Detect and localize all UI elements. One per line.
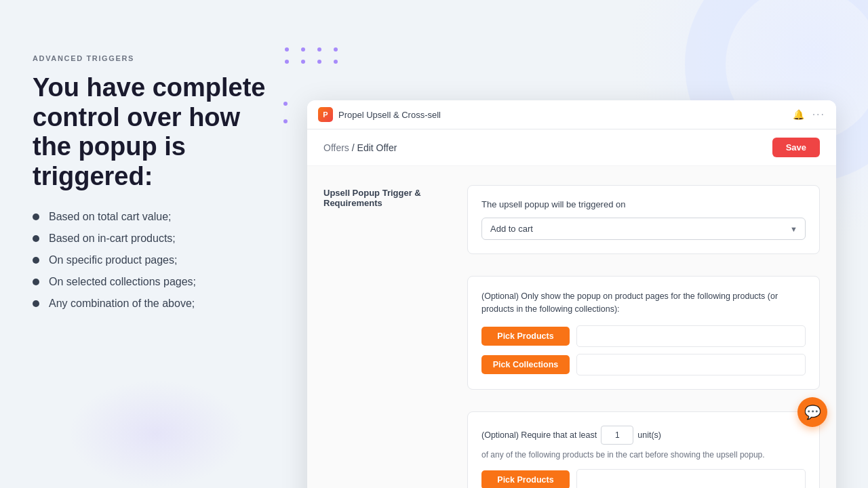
pick-products-row-2: Pick Products <box>481 469 806 489</box>
app-window: P Propel Upsell & Cross-sell 🔔 ··· Offer… <box>307 100 836 488</box>
trigger-section: The upsell popup will be triggered on Ad… <box>467 185 820 254</box>
chat-bubble-button[interactable]: 💬 <box>797 397 827 427</box>
dot-left-group <box>283 102 288 123</box>
bullet-dot <box>33 257 39 264</box>
bullet-dot <box>33 300 39 307</box>
bell-icon[interactable]: 🔔 <box>793 109 804 120</box>
form-section-content: The upsell popup will be triggered on Ad… <box>467 185 820 488</box>
section-label: ADVANCED TRIGGERS <box>33 54 277 62</box>
left-panel: ADVANCED TRIGGERS You have complete cont… <box>33 54 277 310</box>
list-item: Any combination of the above; <box>33 298 277 310</box>
form-section: Upsell Popup Trigger & Requirements The … <box>323 185 820 488</box>
optional-cart-section: (Optional) Require that at least unit(s)… <box>467 411 820 489</box>
dot <box>285 47 289 52</box>
breadcrumb-bar: Offers / Edit Offer Save <box>307 129 836 166</box>
optional2-text-prefix: (Optional) Require that at least <box>481 430 597 440</box>
bullet-text: Any combination of the above; <box>49 298 195 310</box>
dot <box>301 47 305 52</box>
dot <box>317 47 321 52</box>
pick-collections-input-1[interactable] <box>576 354 806 375</box>
bullet-text: On selected collections pages; <box>49 276 196 288</box>
breadcrumb-current: Edit Offer <box>357 142 397 153</box>
dot <box>334 60 338 64</box>
pick-collections-button-1[interactable]: Pick Collections <box>481 355 570 374</box>
title-bar-right: 🔔 ··· <box>793 108 825 121</box>
dot <box>301 60 305 64</box>
list-item: Based on total cart value; <box>33 211 277 223</box>
optional2-sub-text: of any of the following products be in t… <box>481 450 806 460</box>
dot <box>317 60 321 64</box>
trigger-dropdown[interactable]: Add to cart Page load Exit intent <box>481 218 806 240</box>
title-bar-left: P Propel Upsell & Cross-sell <box>318 107 441 122</box>
dot <box>334 47 338 52</box>
list-item: Based on in-cart products; <box>33 232 277 245</box>
dot-single <box>283 102 288 106</box>
pick-products-row-1: Pick Products <box>481 325 806 347</box>
title-bar: P Propel Upsell & Cross-sell 🔔 ··· <box>307 100 836 129</box>
bullet-dot <box>33 235 39 242</box>
trigger-label: The upsell popup will be triggered on <box>481 199 806 209</box>
list-item: On specific product pages; <box>33 254 277 266</box>
pick-products-input-2[interactable] <box>576 469 806 489</box>
dot <box>285 60 289 64</box>
pick-products-input-1[interactable] <box>576 325 806 347</box>
bullet-dot <box>33 279 39 285</box>
bullet-text: Based on in-cart products; <box>49 232 176 245</box>
more-options-icon[interactable]: ··· <box>812 108 825 121</box>
blob-decoration <box>68 380 244 488</box>
pick-products-button-2[interactable]: Pick Products <box>481 470 570 489</box>
unit-quantity-input[interactable] <box>601 426 633 445</box>
bullet-list: Based on total cart value; Based on in-c… <box>33 211 277 310</box>
chat-icon: 💬 <box>804 404 821 420</box>
content-area: Upsell Popup Trigger & Requirements The … <box>307 166 836 488</box>
app-icon: P <box>318 107 333 122</box>
app-title-text: Propel Upsell & Cross-sell <box>338 110 441 120</box>
breadcrumb-separator: / <box>352 142 357 153</box>
optional-text-1: (Optional) Only show the popup on produc… <box>481 290 806 316</box>
bullet-text: Based on total cart value; <box>49 211 172 223</box>
pick-products-button-1[interactable]: Pick Products <box>481 327 570 346</box>
dots-top-grid <box>285 47 338 64</box>
unit-label: unit(s) <box>637 430 661 440</box>
breadcrumb: Offers / Edit Offer <box>323 142 397 153</box>
optional-products-section: (Optional) Only show the popup on produc… <box>467 276 820 390</box>
bullet-text: On specific product pages; <box>49 254 177 266</box>
pick-collections-row-1: Pick Collections <box>481 354 806 375</box>
optional2-header: (Optional) Require that at least unit(s) <box>481 426 806 445</box>
list-item: On selected collections pages; <box>33 276 277 288</box>
breadcrumb-parent[interactable]: Offers <box>323 142 349 153</box>
dot-single <box>283 119 288 123</box>
bullet-dot <box>33 214 39 220</box>
form-section-label: Upsell Popup Trigger & Requirements <box>323 185 446 488</box>
save-button[interactable]: Save <box>772 138 820 157</box>
main-heading: You have complete control over how the p… <box>33 73 277 192</box>
